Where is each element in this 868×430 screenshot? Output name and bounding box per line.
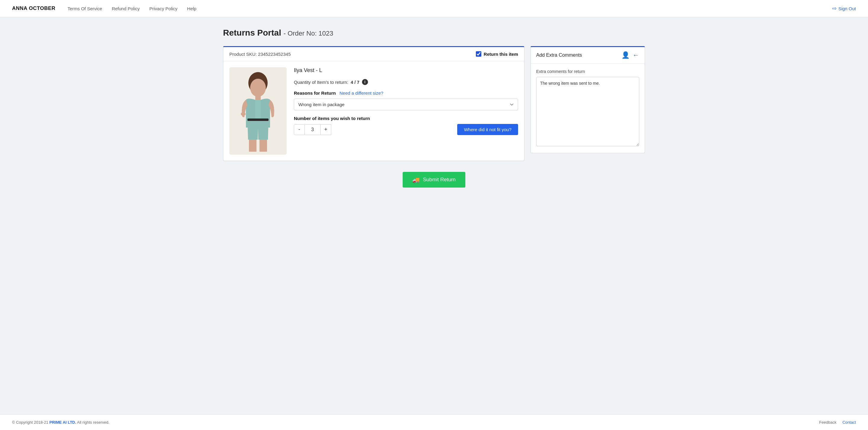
footer-copyright: © Copyright 2018-21 PRIME AI LTD. All ri…: [12, 420, 110, 425]
navbar: ANNA OCTOBER Terms Of Service Refund Pol…: [0, 0, 868, 17]
different-size-link[interactable]: Need a different size?: [339, 90, 383, 95]
quantity-fraction: 4 / 7: [350, 80, 359, 85]
content-grid: Product SKU: 2345223452345 Return this i…: [223, 46, 645, 161]
back-arrow-icon[interactable]: ←: [632, 51, 639, 59]
nav-link-help[interactable]: Help: [187, 6, 196, 11]
comments-title: Add Extra Comments: [536, 53, 582, 58]
signout-button[interactable]: ⇨ Sign Out: [832, 5, 856, 12]
return-label-text: Return this item: [484, 52, 518, 57]
nav-link-terms[interactable]: Terms Of Service: [67, 6, 102, 11]
footer-right: Feedback Contact: [819, 420, 856, 425]
svg-rect-4: [247, 118, 269, 121]
reasons-label: Reasons for Return: [294, 90, 336, 95]
product-image: [229, 67, 287, 155]
person-icon: 👤: [621, 51, 629, 59]
product-card-body: Ilya Vest - L Quantity of Item's to retu…: [223, 61, 524, 161]
product-details: Ilya Vest - L Quantity of Item's to retu…: [294, 67, 518, 155]
return-checkbox[interactable]: [476, 51, 481, 57]
product-sku: Product SKU: 2345223452345: [229, 52, 291, 57]
where-fit-button[interactable]: Where did it not fit you?: [457, 124, 518, 135]
product-card-header: Product SKU: 2345223452345 Return this i…: [223, 47, 524, 61]
reason-select[interactable]: Wrong item in package Defective item Doe…: [294, 98, 518, 110]
qty-plus-button[interactable]: +: [320, 124, 331, 135]
order-subtitle: - Order No: 1023: [284, 30, 333, 37]
quantity-input-row: - 3 + Where did it not fit you?: [294, 124, 518, 135]
nav-link-privacy[interactable]: Privacy Policy: [150, 6, 178, 11]
comments-card-header: Add Extra Comments 👤 ←: [531, 47, 645, 64]
reasons-section: Reasons for Return Need a different size…: [294, 90, 518, 110]
nav-link-refund[interactable]: Refund Policy: [112, 6, 140, 11]
comments-icons: 👤 ←: [621, 51, 639, 59]
reasons-header: Reasons for Return Need a different size…: [294, 90, 518, 95]
comments-textarea[interactable]: The wrong item was sent to me.: [536, 77, 639, 146]
submit-return-button[interactable]: 🚚 Submit Return: [403, 172, 465, 188]
quantity-label: Quantity of Item's to return:: [294, 80, 348, 85]
submit-label: Submit Return: [423, 177, 456, 183]
svg-rect-5: [249, 140, 256, 152]
info-icon[interactable]: i: [362, 79, 368, 85]
svg-point-7: [241, 112, 246, 116]
truck-icon: 🚚: [412, 176, 420, 183]
quantity-input-label: Number of items you wish to return: [294, 116, 518, 121]
qty-minus-button[interactable]: -: [294, 124, 305, 135]
comments-card: Add Extra Comments 👤 ← Extra comments fo…: [530, 46, 645, 153]
quantity-row: Quantity of Item's to return: 4 / 7 i: [294, 79, 518, 85]
brand-logo: ANNA OCTOBER: [12, 5, 56, 11]
comments-extra-label: Extra comments for return: [536, 69, 639, 74]
main-content: Returns Portal - Order No: 1023 Product …: [211, 17, 657, 414]
signout-label: Sign Out: [838, 6, 856, 11]
return-checkbox-label[interactable]: Return this item: [476, 51, 518, 57]
nav-links: Terms Of Service Refund Policy Privacy P…: [67, 6, 832, 11]
submit-row: 🚚 Submit Return: [223, 172, 645, 188]
svg-rect-6: [259, 140, 267, 152]
signout-icon: ⇨: [832, 5, 837, 12]
product-name: Ilya Vest - L: [294, 67, 518, 74]
qty-value-display: 3: [305, 124, 320, 135]
comments-card-body: Extra comments for return The wrong item…: [531, 64, 645, 153]
feedback-link[interactable]: Feedback: [819, 420, 836, 425]
footer: © Copyright 2018-21 PRIME AI LTD. All ri…: [0, 414, 868, 430]
quantity-input-section: Number of items you wish to return - 3 +…: [294, 116, 518, 135]
product-card: Product SKU: 2345223452345 Return this i…: [223, 46, 524, 161]
svg-point-2: [250, 79, 266, 97]
contact-link[interactable]: Contact: [842, 420, 856, 425]
footer-brand: PRIME AI LTD.: [50, 420, 76, 425]
page-title: Returns Portal - Order No: 1023: [223, 28, 645, 38]
